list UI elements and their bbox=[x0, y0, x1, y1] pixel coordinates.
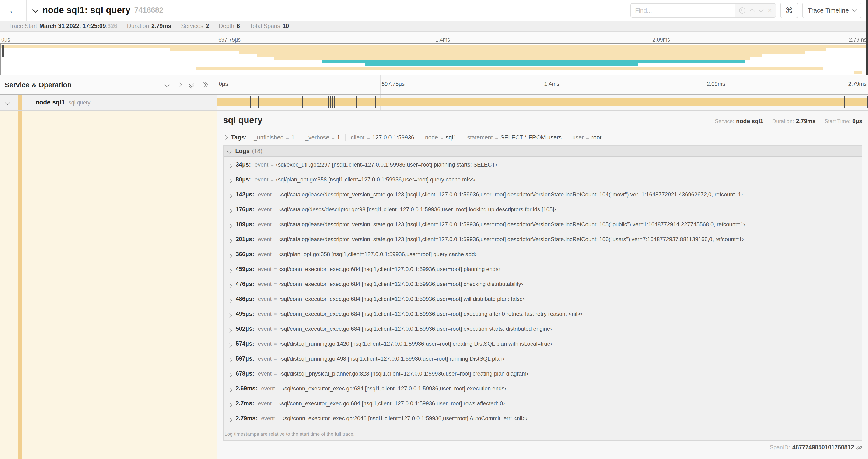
log-entry-row[interactable]: 34μs: event = ‹sql/exec_util.go:2297 [ns… bbox=[227, 161, 858, 171]
log-marker[interactable] bbox=[333, 96, 333, 108]
duration-value: 2.79ms bbox=[796, 118, 816, 125]
log-marker[interactable] bbox=[328, 96, 329, 108]
chevron-right-icon bbox=[227, 164, 232, 168]
trace-title: node sql1: sql query bbox=[42, 5, 131, 15]
trace-id: 7418682 bbox=[134, 6, 163, 14]
log-entry-row[interactable]: 495μs: event = ‹sql/conn_executor_exec.g… bbox=[227, 311, 858, 320]
equals-sign: = bbox=[274, 222, 277, 227]
equals-sign: = bbox=[274, 236, 277, 242]
equals-sign: = bbox=[274, 326, 277, 332]
summary-item: Trace Start March 31 2022, 17:25:09 .326 bbox=[4, 23, 122, 29]
log-marker[interactable] bbox=[258, 96, 258, 108]
timeline-tick-label: 0μs bbox=[217, 81, 228, 87]
log-entry-row[interactable]: 459μs: event = ‹sql/conn_executor_exec.g… bbox=[227, 266, 858, 275]
tag-value: SELECT * FROM users bbox=[500, 134, 562, 141]
log-marker[interactable] bbox=[302, 96, 303, 108]
span-row-timeline-cell[interactable] bbox=[217, 95, 868, 110]
log-marker[interactable] bbox=[351, 96, 351, 108]
log-marker[interactable] bbox=[324, 96, 324, 108]
log-entry-row[interactable]: 2.69ms: event = ‹sql/conn_executor_exec.… bbox=[227, 385, 858, 395]
log-marker[interactable] bbox=[375, 96, 375, 108]
locate-icon[interactable] bbox=[739, 7, 745, 13]
trace-title-wrap: node sql1: sql query 7418682 bbox=[33, 5, 630, 15]
expand-one-icon[interactable] bbox=[177, 82, 182, 88]
span-row[interactable]: node sql1 sql query bbox=[0, 95, 868, 110]
log-entry-row[interactable]: 189μs: event = ‹sql/catalog/lease/descri… bbox=[227, 221, 858, 230]
column-resize-grip[interactable] bbox=[212, 87, 216, 92]
log-marker[interactable] bbox=[225, 96, 225, 108]
log-entry-row[interactable]: 176μs: event = ‹sql/catalog/descs/descri… bbox=[227, 206, 858, 216]
equals-sign: = bbox=[274, 252, 277, 257]
log-field-name: event bbox=[254, 161, 268, 168]
tag-key: _unfinished bbox=[254, 134, 283, 141]
view-selector-button[interactable]: Trace Timeline bbox=[802, 3, 862, 18]
expand-all-icon[interactable] bbox=[201, 82, 208, 88]
span-duration-bar[interactable] bbox=[217, 98, 868, 106]
log-entry-row[interactable]: 597μs: event = ‹sql/distsql_running.go:4… bbox=[227, 355, 858, 365]
minimap-span-bar bbox=[854, 71, 862, 74]
log-event-value: ‹sql/plan_opt.go:358 [nsql1,client=127.0… bbox=[276, 176, 475, 183]
log-marker[interactable] bbox=[846, 96, 847, 108]
vertical-scrollbar-thumb[interactable] bbox=[866, 0, 868, 75]
minimap-scrubber-handle[interactable] bbox=[2, 45, 4, 57]
log-entry-row[interactable]: 366μs: event = ‹sql/plan_opt.go:358 [nsq… bbox=[227, 251, 858, 260]
collapse-all-icon[interactable] bbox=[189, 81, 194, 88]
keyboard-shortcuts-button[interactable]: ⌘ bbox=[780, 3, 798, 18]
log-marker[interactable] bbox=[331, 96, 331, 108]
log-marker[interactable] bbox=[261, 96, 261, 108]
find-input[interactable] bbox=[631, 3, 736, 17]
log-entry-row[interactable]: 2.79ms: event = ‹sql/conn_executor_exec.… bbox=[227, 415, 858, 424]
log-entry-row[interactable]: 201μs: event = ‹sql/catalog/lease/descri… bbox=[227, 236, 858, 245]
log-entry-row[interactable]: 142μs: event = ‹sql/catalog/lease/descri… bbox=[227, 191, 858, 201]
log-event-value: ‹sql/distsql_running.go:498 [nsql1,clien… bbox=[279, 355, 504, 362]
back-button[interactable]: ← bbox=[0, 0, 27, 21]
chevron-right-icon bbox=[227, 298, 232, 303]
log-field-name: event bbox=[258, 251, 272, 258]
summary-item: Duration 2.79ms bbox=[122, 23, 176, 29]
span-row-name-cell[interactable]: node sql1 sql query bbox=[0, 95, 217, 110]
log-timestamp: 502μs: bbox=[236, 326, 254, 332]
find-clear-icon[interactable]: × bbox=[768, 7, 772, 13]
trace-minimap[interactable] bbox=[0, 43, 868, 76]
span-detail-left-pane bbox=[0, 110, 217, 459]
summary-value: 2 bbox=[206, 23, 209, 29]
collapse-one-icon[interactable] bbox=[164, 82, 170, 88]
log-field-name: event bbox=[258, 221, 272, 228]
log-marker[interactable] bbox=[334, 96, 335, 108]
span-collapse-chevron-icon[interactable] bbox=[5, 100, 10, 105]
log-entry-row[interactable]: 486μs: event = ‹sql/conn_executor_exec.g… bbox=[227, 296, 858, 305]
top-controls: × ⌘ Trace Timeline bbox=[630, 3, 862, 18]
timeline-grid-header: Service & Operation 0μs697.75μs1.4ms2.09… bbox=[0, 75, 868, 95]
collapse-trace-chevron-icon[interactable] bbox=[32, 6, 39, 13]
summary-value: March 31 2022, 17:25:09 bbox=[39, 23, 106, 29]
log-entry-row[interactable]: 80μs: event = ‹sql/plan_opt.go:358 [nsql… bbox=[227, 176, 858, 186]
log-marker[interactable] bbox=[844, 96, 845, 108]
span-detail-panel: sql query Service: node sql1 Duration: 2… bbox=[217, 110, 868, 459]
log-marker[interactable] bbox=[250, 96, 251, 108]
log-field-name: event bbox=[254, 176, 268, 183]
find-next-icon[interactable] bbox=[758, 7, 764, 12]
find-prev-icon[interactable] bbox=[749, 8, 755, 14]
log-marker[interactable] bbox=[356, 96, 357, 108]
start-time-label: Start Time: bbox=[825, 119, 850, 124]
log-entry-row[interactable]: 574μs: event = ‹sql/distsql_running.go:1… bbox=[227, 340, 858, 350]
log-timestamp: 459μs: bbox=[236, 266, 254, 272]
log-marker[interactable] bbox=[264, 96, 265, 108]
log-entry-row[interactable]: 476μs: event = ‹sql/conn_executor_exec.g… bbox=[227, 281, 858, 290]
tags-row[interactable]: Tags: _unfinished = 1 _verbose = 1 bbox=[223, 134, 862, 141]
find-suffix-controls: × bbox=[736, 3, 776, 17]
log-event-value: ‹sql/conn_executor_exec.go:684 [nsql1,cl… bbox=[283, 385, 506, 392]
log-event-value: ‹sql/distsql_physical_planner.go:828 [ns… bbox=[279, 370, 528, 377]
log-entry-row[interactable]: 502μs: event = ‹sql/conn_executor_exec.g… bbox=[227, 326, 858, 335]
log-entry-row[interactable]: 2.7ms: event = ‹sql/conn_executor_exec.g… bbox=[227, 400, 858, 409]
tag-key: statement bbox=[467, 134, 493, 141]
log-marker[interactable] bbox=[236, 96, 236, 108]
log-timestamp: 142μs: bbox=[236, 191, 254, 198]
deep-link-icon[interactable] bbox=[856, 444, 862, 450]
minimap-tick-label: 697.75μs bbox=[217, 37, 241, 42]
log-entry-row[interactable]: 678μs: event = ‹sql/distsql_physical_pla… bbox=[227, 370, 858, 380]
equals-sign: = bbox=[274, 311, 277, 317]
logs-header[interactable]: Logs (18) bbox=[223, 145, 862, 157]
minimap-span-bar bbox=[239, 51, 805, 54]
log-marker[interactable] bbox=[867, 96, 868, 108]
